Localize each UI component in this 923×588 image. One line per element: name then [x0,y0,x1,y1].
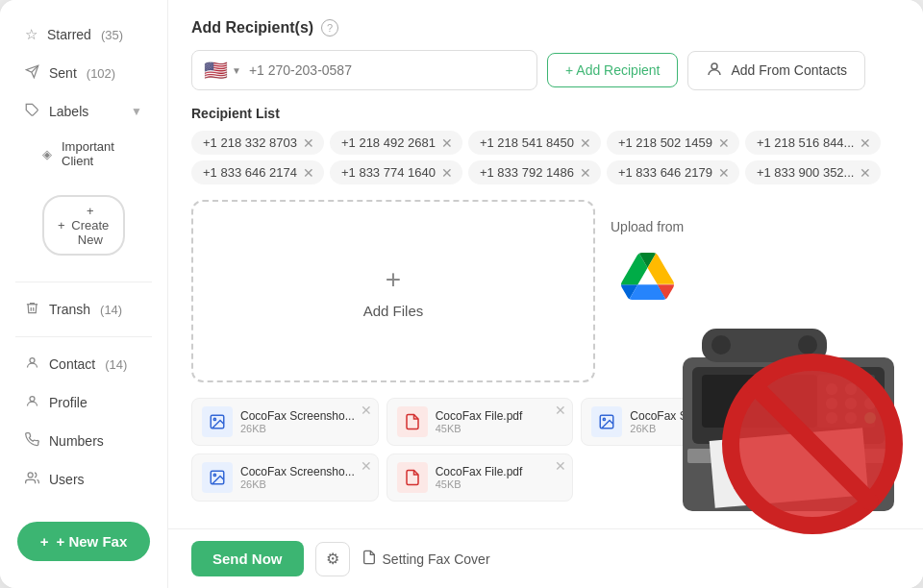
sidebar-item-important-client[interactable]: ◈ Important Client [8,132,160,176]
svg-point-10 [604,418,606,420]
gdrive-button[interactable] [621,250,674,306]
schedule-button[interactable]: ⚙ [315,542,350,576]
phone-row: 🇺🇸 ▼ + Add Recipient Add From Contacts [191,50,900,90]
attached-files-grid: CocoFax Screensho... 26KB ✕ CocoFax File… [191,398,768,502]
file-close-button[interactable]: ✕ [555,403,566,418]
setting-fax-cover-button[interactable]: Setting Fax Cover [362,550,490,568]
file-type-icon [397,462,428,493]
chip-close-button[interactable]: ✕ [580,136,591,150]
file-size: 26KB [240,423,368,434]
recipient-chip: +1 833 792 1486 ✕ [468,160,601,184]
sidebar-item-labels[interactable]: Labels ▼ [8,93,160,130]
file-type-icon [202,406,233,437]
trash-badge: (14) [100,303,122,317]
plus-icon: + [58,218,65,233]
chip-close-button[interactable]: ✕ [441,136,453,150]
create-new-button[interactable]: + + Create New [42,195,125,256]
file-close-button[interactable]: ✕ [750,403,761,418]
sidebar-item-numbers[interactable]: Numbers [8,423,160,459]
users-icon [25,471,39,488]
chip-close-button[interactable]: ✕ [718,166,730,180]
file-name: CocoFax File.pdf [436,465,563,478]
sidebar-item-label: Profile [49,395,87,410]
file-chip-info: CocoFax File.pdf 45KB [436,465,563,490]
trash-icon [25,301,39,318]
chip-number: +1 833 646 2179 [618,165,712,180]
chip-close-button[interactable]: ✕ [303,136,314,150]
recipient-chip: +1 833 774 1640 ✕ [330,160,462,184]
new-fax-plus-icon: + [40,533,49,550]
recipient-chip: +1 218 502 1459 ✕ [607,131,739,155]
chip-close-button[interactable]: ✕ [860,166,871,180]
flag-selector[interactable]: 🇺🇸 ▼ [204,59,241,82]
svg-point-5 [28,473,33,478]
sidebar-item-contact[interactable]: Contact (14) [8,346,160,382]
add-from-contacts-button[interactable]: Add From Contacts [687,51,865,90]
file-close-button[interactable]: ✕ [555,458,566,474]
file-chip: CocoFax Screensho... 26KB ✕ [191,398,379,446]
chip-number: +1 833 774 1640 [341,165,436,180]
app-container: ☆ Starred (35) Sent (102) Labels ▼ ◈ Imp… [0,0,923,588]
add-recipient-label: + Add Recipient [565,62,660,78]
chip-close-button[interactable]: ✕ [860,136,871,150]
sidebar-item-users[interactable]: Users [8,461,160,498]
chip-number: +1 833 646 2174 [203,165,297,180]
help-icon[interactable]: ? [321,19,338,37]
chip-number: +1 833 792 1486 [480,165,574,180]
file-close-button[interactable]: ✕ [361,458,372,474]
sidebar-item-label: Contact [49,356,95,372]
phone-input-wrap[interactable]: 🇺🇸 ▼ [191,50,537,90]
file-close-button[interactable]: ✕ [361,403,372,418]
sidebar-item-label: Starred [47,27,91,42]
sidebar-item-sent[interactable]: Sent (102) [8,55,160,91]
file-type-icon [397,406,428,437]
bottom-bar: Send Now ⚙ Setting Fax Cover [168,528,923,588]
file-name: CocoFax Scree... [630,409,758,423]
send-now-button[interactable]: Send Now [191,541,304,576]
sidebar-item-profile[interactable]: Profile [8,384,160,421]
svg-point-12 [213,474,215,476]
add-recipients-section: Add Recipient(s) ? [191,19,900,37]
chip-number: +1 218 502 1459 [618,135,712,150]
recipient-chip: +1 833 900 352... ✕ [745,160,882,184]
create-new-label: + Create New [71,204,110,247]
add-recipient-button[interactable]: + Add Recipient [547,53,678,87]
add-from-contacts-label: Add From Contacts [731,62,847,78]
sidebar-item-label: Numbers [49,433,104,449]
sidebar-labels-label: Labels [49,104,88,119]
chip-close-button[interactable]: ✕ [303,166,314,180]
recipient-chip: +1 833 646 2174 ✕ [191,160,324,184]
recipient-chip: +1 218 492 2681 ✕ [330,131,462,155]
file-type-icon [591,406,622,437]
file-chip-info: CocoFax File.pdf 45KB [436,409,563,434]
us-flag: 🇺🇸 [204,59,228,82]
new-fax-label: + New Fax [56,533,127,550]
svg-point-6 [711,63,717,69]
phone-input[interactable] [249,62,525,78]
svg-point-3 [30,358,35,363]
sent-badge: (102) [87,66,115,81]
chip-number: +1 218 332 8703 [203,135,297,150]
chip-close-button[interactable]: ✕ [441,166,453,180]
sidebar-item-starred[interactable]: ☆ Starred (35) [8,16,160,53]
sidebar-item-label: Important Client [62,139,142,168]
contact-badge: (14) [105,357,127,372]
file-chip-info: CocoFax Scree... 26KB [630,409,758,434]
upload-area[interactable]: + Add Files [191,200,595,382]
send-now-label: Send Now [212,551,283,567]
upload-from-section: Upload from [611,200,684,306]
setting-fax-cover-label: Setting Fax Cover [383,551,490,567]
label-icon [25,103,39,120]
new-fax-button[interactable]: + + New Fax [17,522,150,561]
upload-from-label: Upload from [611,219,684,234]
chip-close-button[interactable]: ✕ [580,166,591,180]
chip-close-button[interactable]: ✕ [718,136,730,150]
sidebar-item-trash[interactable]: Transh (14) [8,291,160,328]
sidebar: ☆ Starred (35) Sent (102) Labels ▼ ◈ Imp… [0,0,168,588]
important-icon: ◈ [42,147,52,161]
chip-number: +1 218 492 2681 [341,135,436,150]
star-icon: ☆ [25,26,37,43]
contacts-person-icon [706,61,723,81]
file-chip-info: CocoFax Screensho... 26KB [240,409,368,434]
profile-icon [25,394,39,411]
